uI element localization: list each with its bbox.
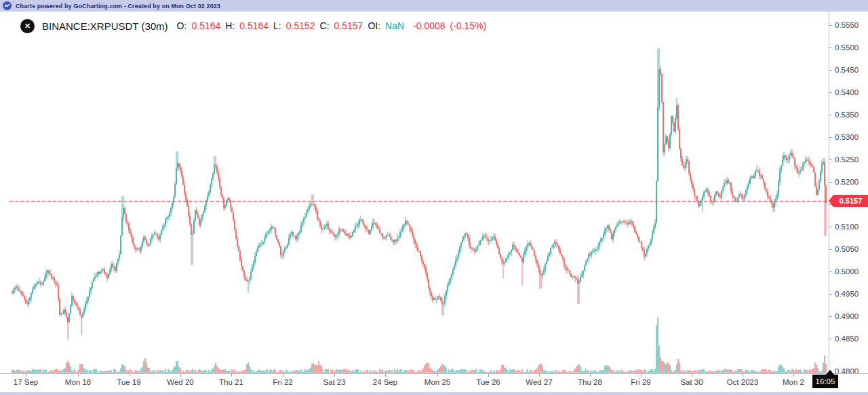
time-axis-label: Wed 20 (167, 378, 193, 386)
price-axis-label: 0.5550 (835, 21, 859, 29)
time-axis-label: Fri 29 (631, 378, 650, 386)
time-axis-label: Mon 18 (65, 378, 91, 386)
time-axis-tick (283, 374, 283, 377)
price-axis-label: 0.5350 (835, 111, 859, 119)
price-axis-tick (829, 115, 832, 115)
time-axis-label: Mon 25 (425, 378, 450, 386)
time-axis-tick (385, 374, 386, 377)
price-axis-tick (829, 182, 832, 183)
price-axis-label: 0.5200 (835, 178, 859, 186)
price-axis-tick (829, 159, 832, 160)
time-axis[interactable]: 17 SepMon 18Tue 19Wed 20Thu 21Fri 22Sat … (0, 373, 868, 393)
time-axis-tick (488, 374, 489, 377)
time-axis-tick (641, 374, 642, 377)
price-axis-tick (829, 339, 832, 339)
price-axis-label: 0.5500 (835, 43, 859, 52)
time-axis-tick (334, 374, 335, 377)
gocharting-app-window: Charts powered by GoCharting.com - Creat… (0, 0, 868, 395)
last-price-tag: 0.5157 (833, 195, 868, 207)
time-axis-tick (692, 374, 692, 377)
price-axis-label: 0.4900 (835, 312, 859, 320)
current-time-tag: 16:05 (812, 375, 838, 388)
time-axis-label: 24 Sep (373, 378, 397, 386)
price-axis-tick (829, 25, 832, 26)
time-axis-tick (793, 374, 794, 377)
price-axis-tick (829, 48, 832, 48)
time-axis-label: Sat 30 (680, 378, 703, 386)
price-axis-tick (829, 92, 832, 93)
candlestick-chart[interactable] (0, 0, 868, 395)
price-axis-label: 0.5450 (835, 66, 859, 74)
time-axis-label: Fri 22 (273, 378, 292, 386)
time-axis-label: Thu 28 (578, 378, 602, 386)
price-axis-tick (829, 137, 832, 138)
price-axis-label: 0.5300 (835, 133, 859, 141)
time-axis-tick (743, 374, 743, 377)
time-axis-label: Thu 21 (219, 378, 243, 386)
price-axis[interactable]: 0.55500.55000.54500.54000.53500.53000.52… (829, 12, 868, 373)
price-axis-label: 0.4800 (835, 367, 859, 373)
time-axis-label: Mon 2 (783, 378, 804, 386)
time-axis-label: Oct 2023 (727, 378, 759, 386)
time-axis-tick (180, 374, 181, 377)
price-axis-label: 0.5000 (835, 267, 859, 276)
price-axis-label: 0.5100 (835, 223, 859, 231)
price-axis-label: 0.5050 (835, 245, 859, 253)
price-axis-tick (829, 271, 832, 272)
bottom-frame-strip (0, 392, 868, 395)
price-axis-label: 0.4950 (835, 290, 859, 298)
last-price-tag-arrow (829, 195, 833, 207)
price-axis-tick (829, 294, 832, 295)
time-axis-label: 17 Sep (14, 378, 38, 386)
time-axis-tick (78, 374, 79, 377)
price-axis-tick (829, 316, 832, 317)
price-axis-label: 0.5400 (835, 88, 859, 96)
time-axis-label: Tue 26 (476, 378, 500, 386)
price-axis-tick (829, 227, 832, 227)
time-axis-tick (590, 374, 591, 377)
price-axis-label: 0.4850 (835, 335, 859, 343)
time-axis-tick (26, 374, 26, 377)
time-axis-tick (437, 374, 438, 377)
time-axis-label: Wed 27 (526, 378, 552, 386)
time-axis-tick (539, 374, 540, 377)
time-axis-tick (231, 374, 232, 377)
time-axis-tick (129, 374, 130, 377)
time-axis-label: Sat 23 (323, 378, 345, 386)
price-axis-tick (829, 70, 832, 71)
time-axis-label: Tue 19 (117, 378, 140, 386)
price-axis-label: 0.5250 (835, 155, 859, 164)
price-axis-tick (829, 249, 832, 250)
